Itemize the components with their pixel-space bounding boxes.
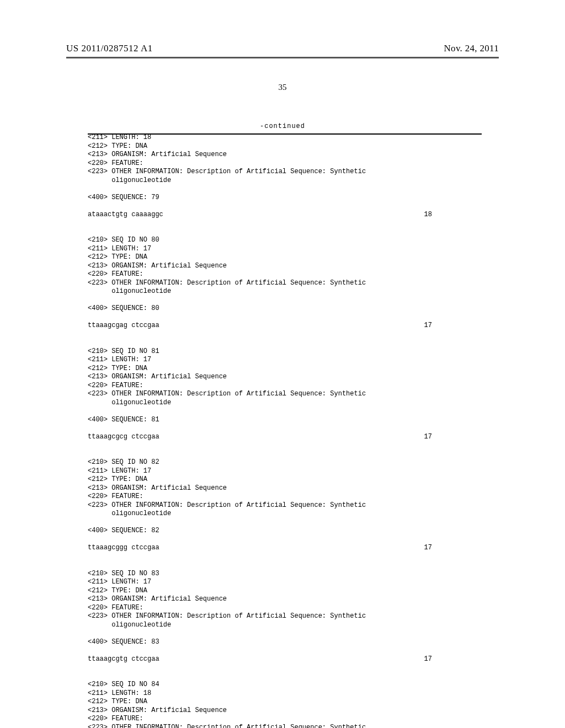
- sequence-line: <400> SEQUENCE: 81: [88, 416, 482, 425]
- blank-line: [88, 672, 482, 681]
- sequence-line: <213> ORGANISM: Artificial Sequence: [88, 262, 482, 271]
- sequence-line: <220> FEATURE:: [88, 715, 482, 724]
- sequence-line: oligonucleotide: [88, 510, 482, 518]
- page: US 2011/0287512 A1 Nov. 24, 2011 35 -con…: [0, 0, 565, 728]
- blank-line: [88, 185, 482, 194]
- sequence-line: <400> SEQUENCE: 80: [88, 304, 482, 313]
- publication-number: US 2011/0287512 A1: [66, 43, 153, 54]
- sequence-line: <220> FEATURE:: [88, 382, 482, 390]
- sequence-line: <400> SEQUENCE: 83: [88, 638, 482, 647]
- sequence-bases: ttaaagcgcg ctccgaa: [88, 433, 159, 442]
- sequence-line: oligonucleotide: [88, 176, 482, 185]
- header-rule: [66, 57, 499, 58]
- sequence-line: <211> LENGTH: 17: [88, 578, 482, 587]
- sequence-line: <213> ORGANISM: Artificial Sequence: [88, 484, 482, 493]
- blank-line: [88, 424, 482, 433]
- sequence-line: <212> TYPE: DNA: [88, 365, 482, 373]
- sequence-line: <211> LENGTH: 18: [88, 689, 482, 698]
- blank-line: [88, 219, 482, 228]
- sequence-length: 17: [424, 655, 432, 664]
- sequence-line: <212> TYPE: DNA: [88, 698, 482, 706]
- sequence-line: <223> OTHER INFORMATION: Description of …: [88, 390, 482, 399]
- sequence-line: oligonucleotide: [88, 287, 482, 296]
- sequence-line: <211> LENGTH: 18: [88, 133, 482, 142]
- sequence-line: <400> SEQUENCE: 79: [88, 194, 482, 202]
- blank-line: [88, 407, 482, 416]
- sequence-line: <213> ORGANISM: Artificial Sequence: [88, 373, 482, 382]
- blank-line: [88, 629, 482, 638]
- sequence-length: 17: [424, 433, 432, 442]
- blank-line: [88, 646, 482, 655]
- sequence-data-row: ataaactgtg caaaaggc18: [88, 211, 482, 220]
- sequence-line: <223> OTHER INFORMATION: Description of …: [88, 279, 482, 288]
- sequence-line: oligonucleotide: [88, 399, 482, 408]
- sequence-bases: ataaactgtg caaaaggc: [88, 211, 163, 220]
- sequence-bases: ttaaagcgag ctccgaa: [88, 322, 159, 330]
- sequence-listing: <211> LENGTH: 18<212> TYPE: DNA<213> ORG…: [88, 133, 482, 728]
- sequence-length: 17: [424, 322, 432, 330]
- blank-line: [88, 450, 482, 459]
- sequence-length: 17: [424, 544, 432, 553]
- sequence-line: <210> SEQ ID NO 81: [88, 347, 482, 356]
- sequence-length: 18: [424, 211, 432, 220]
- blank-line: [88, 561, 482, 570]
- sequence-line: <210> SEQ ID NO 84: [88, 681, 482, 689]
- blank-line: [88, 313, 482, 322]
- blank-line: [88, 663, 482, 672]
- sequence-line: <220> FEATURE:: [88, 270, 482, 279]
- blank-line: [88, 339, 482, 347]
- sequence-line: <223> OTHER INFORMATION: Description of …: [88, 724, 482, 729]
- sequence-line: <212> TYPE: DNA: [88, 475, 482, 484]
- sequence-line: <213> ORGANISM: Artificial Sequence: [88, 151, 482, 159]
- continued-label: -continued: [260, 122, 305, 130]
- blank-line: [88, 553, 482, 561]
- sequence-line: <211> LENGTH: 17: [88, 467, 482, 476]
- sequence-line: <213> ORGANISM: Artificial Sequence: [88, 706, 482, 715]
- sequence-line: <211> LENGTH: 17: [88, 356, 482, 365]
- sequence-line: <223> OTHER INFORMATION: Description of …: [88, 612, 482, 621]
- blank-line: [88, 296, 482, 305]
- blank-line: [88, 518, 482, 527]
- sequence-line: <210> SEQ ID NO 80: [88, 236, 482, 245]
- sequence-line: <211> LENGTH: 17: [88, 245, 482, 254]
- blank-line: [88, 536, 482, 544]
- blank-line: [88, 202, 482, 211]
- sequence-line: oligonucleotide: [88, 621, 482, 630]
- sequence-line: <212> TYPE: DNA: [88, 587, 482, 596]
- sequence-line: <213> ORGANISM: Artificial Sequence: [88, 595, 482, 604]
- sequence-line: <220> FEATURE:: [88, 159, 482, 168]
- sequence-bases: ttaaagcgtg ctccgaa: [88, 655, 159, 664]
- sequence-line: <223> OTHER INFORMATION: Description of …: [88, 501, 482, 510]
- sequence-data-row: ttaaagcgag ctccgaa17: [88, 322, 482, 330]
- blank-line: [88, 441, 482, 450]
- sequence-line: <212> TYPE: DNA: [88, 142, 482, 151]
- sequence-data-row: ttaaagcggg ctccgaa17: [88, 544, 482, 553]
- sequence-line: <400> SEQUENCE: 82: [88, 527, 482, 536]
- sequence-line: <220> FEATURE:: [88, 493, 482, 501]
- sequence-line: <223> OTHER INFORMATION: Description of …: [88, 168, 482, 176]
- sequence-line: <212> TYPE: DNA: [88, 253, 482, 262]
- sequence-bases: ttaaagcggg ctccgaa: [88, 544, 159, 553]
- blank-line: [88, 228, 482, 237]
- sequence-line: <210> SEQ ID NO 82: [88, 458, 482, 467]
- sequence-line: <210> SEQ ID NO 83: [88, 570, 482, 579]
- sequence-data-row: ttaaagcgcg ctccgaa17: [88, 433, 482, 442]
- publication-date: Nov. 24, 2011: [444, 43, 499, 54]
- blank-line: [88, 330, 482, 339]
- sequence-data-row: ttaaagcgtg ctccgaa17: [88, 655, 482, 664]
- page-number: 35: [0, 83, 565, 92]
- sequence-line: <220> FEATURE:: [88, 604, 482, 613]
- continued-wrapper: -continued: [0, 120, 565, 130]
